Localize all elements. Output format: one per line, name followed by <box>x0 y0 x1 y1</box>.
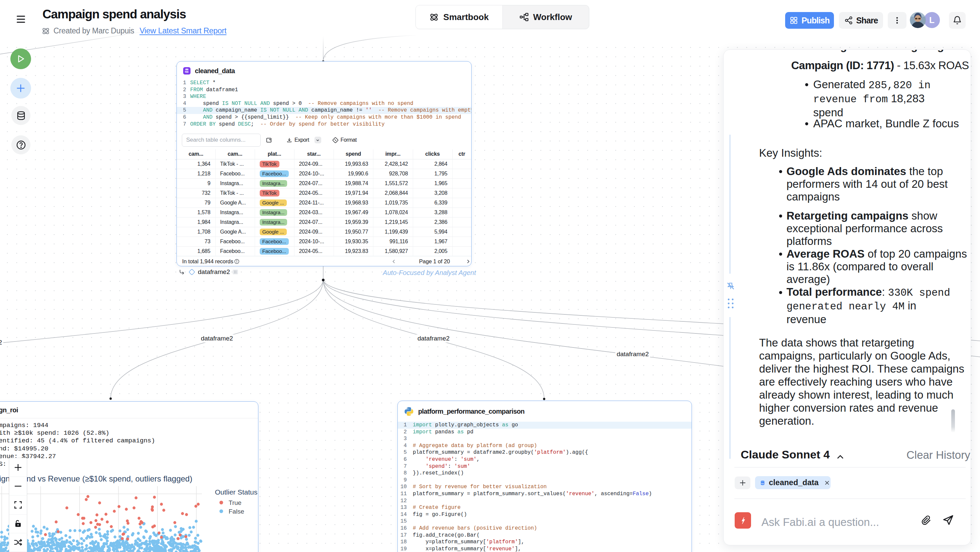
svg-text:SQL: SQL <box>761 482 764 484</box>
svg-text:SQL: SQL <box>185 71 189 73</box>
